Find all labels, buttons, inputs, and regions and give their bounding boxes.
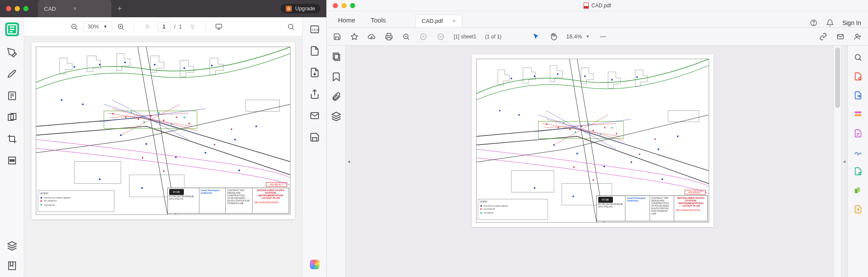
svg-rect-51 [151, 115, 152, 116]
svg-point-38 [82, 104, 84, 105]
redact-icon[interactable] [7, 155, 17, 166]
layers-icon[interactable] [7, 241, 17, 251]
notifications-icon[interactable] [826, 19, 834, 27]
create-pdf-icon[interactable] [853, 72, 863, 81]
hand-tool-button[interactable] [549, 32, 558, 41]
chevron-down-icon: ▼ [586, 34, 590, 39]
sign-icon[interactable] [853, 148, 863, 157]
svg-point-135 [574, 131, 576, 133]
add-tab-button[interactable]: + [117, 4, 122, 13]
zoom-control[interactable]: 18,4% ▼ [566, 33, 590, 40]
export-pdf-icon[interactable] [853, 91, 863, 100]
svg-point-86 [602, 36, 603, 37]
zoom-out-button[interactable] [70, 22, 79, 31]
document-tab[interactable]: CAD.pdf × [415, 15, 462, 27]
prev-page-button[interactable] [143, 22, 152, 31]
page-up-button[interactable] [419, 32, 428, 41]
comment-icon[interactable] [853, 129, 863, 138]
ocr-icon[interactable]: OCR [309, 24, 320, 35]
right-sidebar: OCR [302, 17, 326, 277]
combine-icon[interactable] [853, 186, 863, 195]
email-share-button[interactable] [836, 32, 845, 41]
save-button[interactable] [333, 32, 341, 41]
bookmark-icon[interactable] [331, 72, 341, 82]
svg-line-101 [546, 119, 623, 141]
as-built-stamp: AS-BUILT [266, 182, 287, 187]
svg-point-141 [480, 205, 482, 207]
print-button[interactable] [385, 32, 393, 41]
svg-marker-94 [332, 112, 341, 116]
svg-rect-124 [558, 127, 559, 128]
organize-icon[interactable] [853, 167, 863, 176]
attachments-icon[interactable] [331, 91, 341, 102]
minimize-window-icon[interactable] [15, 6, 20, 11]
zoom-select[interactable]: 30% ▼ [83, 22, 112, 31]
bookmark-panel-icon[interactable] [7, 261, 17, 271]
edit-icon[interactable] [7, 69, 17, 79]
zoom-in-button[interactable] [117, 22, 125, 31]
svg-point-118 [658, 148, 660, 150]
reader-mode-icon[interactable] [5, 22, 19, 36]
crop-icon[interactable] [7, 134, 17, 144]
menu-home[interactable]: Home [330, 13, 363, 27]
close-window-icon[interactable] [6, 6, 11, 11]
menu-tools[interactable]: Tools [363, 13, 394, 27]
more-tools-button[interactable] [599, 32, 607, 41]
selection-tool-button[interactable] [532, 32, 540, 41]
svg-rect-52 [163, 120, 164, 121]
cloud-upload-button[interactable] [367, 32, 376, 41]
fullscreen-window-icon[interactable] [23, 6, 28, 11]
upgrade-button[interactable]: D Upgrade [281, 4, 320, 13]
right-document-area[interactable]: LEGEND GROUND SETTLEMENT MARKER INCLINOM… [352, 46, 833, 277]
email-icon[interactable] [309, 110, 320, 121]
left-sidebar [0, 17, 24, 277]
search-button[interactable] [287, 22, 295, 31]
svg-text:INCLINOMETER: INCLINOMETER [44, 200, 57, 202]
organize-pages-icon[interactable] [7, 112, 17, 123]
thumbnails-icon[interactable] [331, 52, 341, 62]
star-button[interactable] [350, 32, 359, 41]
svg-line-26 [112, 109, 197, 131]
collapse-right-handle[interactable]: ◂ [841, 46, 847, 277]
acrobat-workspace: ◂ [327, 46, 868, 277]
close-tab-icon[interactable]: × [73, 5, 76, 12]
left-document-area[interactable]: LEGEND GROUND SETTLEMENT MARKER INCLINOM… [24, 36, 302, 277]
document-tab[interactable]: CAD × [38, 0, 111, 17]
svg-text:LEGEND: LEGEND [40, 192, 49, 195]
sign-in-button[interactable]: Sign In [842, 19, 861, 26]
close-tab-icon[interactable]: × [452, 18, 456, 24]
svg-point-107 [534, 76, 536, 77]
edit-pdf-icon[interactable] [853, 110, 863, 119]
share-icon[interactable] [309, 89, 320, 99]
svg-point-108 [557, 73, 559, 75]
annotate-icon[interactable] [7, 47, 17, 58]
zoom-value: 30% [88, 23, 99, 30]
svg-text:OCR: OCR [312, 28, 319, 32]
collapse-left-handle[interactable]: ◂ [346, 46, 352, 277]
add-person-button[interactable] [853, 32, 862, 41]
svg-point-59 [131, 111, 133, 113]
svg-point-137 [600, 133, 601, 135]
presentation-button[interactable] [215, 22, 223, 31]
svg-rect-95 [668, 110, 699, 122]
help-icon[interactable] [809, 19, 818, 27]
save-icon[interactable] [309, 132, 320, 142]
vertical-scrollbar[interactable] [833, 46, 841, 277]
scrollbar-thumb[interactable] [835, 47, 840, 108]
import-icon[interactable] [309, 67, 320, 78]
svg-rect-130 [573, 167, 574, 168]
next-page-button[interactable] [188, 22, 197, 31]
link-share-button[interactable] [819, 32, 827, 41]
export-icon[interactable] [309, 46, 320, 56]
color-wheel-icon[interactable] [310, 260, 319, 269]
search-tool-icon[interactable] [853, 53, 863, 62]
page-down-button[interactable] [436, 32, 445, 41]
page-current-input[interactable] [158, 22, 170, 31]
layers-nav-icon[interactable] [331, 111, 341, 122]
compress-icon[interactable] [853, 205, 863, 214]
zoom-out-button[interactable] [402, 32, 410, 41]
form-icon[interactable] [7, 91, 17, 101]
drawing-title-2: INSTRUMENTATION LAYOUT PLAN [254, 194, 287, 199]
window-title: CAD.pdf [327, 3, 868, 9]
drawing-number: A/B/C/A282/D3R/D35/WS [254, 201, 287, 204]
